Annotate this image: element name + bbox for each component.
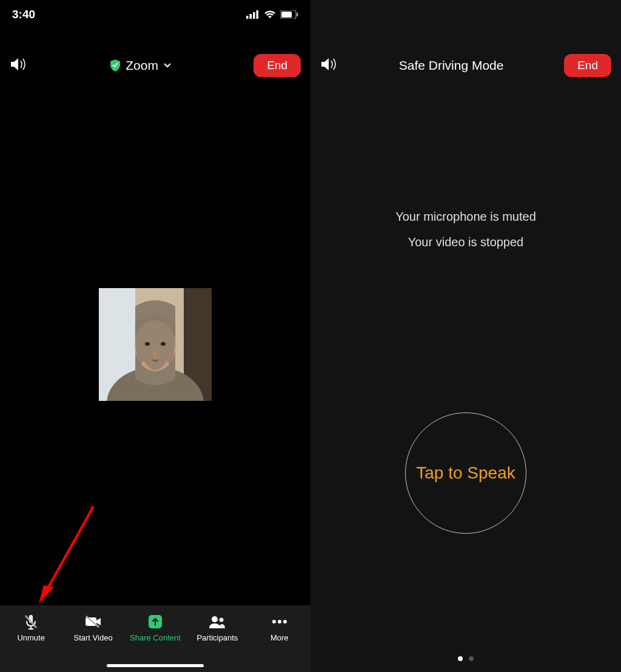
safe-title: Safe Driving Mode	[338, 58, 564, 73]
svg-point-12	[145, 342, 150, 346]
meeting-title[interactable]: Zoom	[28, 58, 253, 73]
meeting-top-bar: Zoom End	[0, 49, 310, 82]
svg-point-29	[278, 620, 281, 623]
chevron-down-icon	[163, 62, 172, 69]
svg-point-26	[212, 616, 218, 622]
svg-rect-0	[246, 16, 249, 19]
safe-driving-screen: Safe Driving Mode End Your microphone is…	[310, 0, 621, 672]
toolbar-label: More	[270, 633, 289, 642]
more-icon	[272, 614, 287, 630]
svg-rect-2	[253, 12, 255, 19]
page-dot[interactable]	[458, 656, 463, 661]
start-video-button[interactable]: Start Video	[63, 614, 124, 642]
toolbar-label: Participants	[196, 633, 238, 642]
svg-rect-18	[30, 626, 32, 628]
shield-icon	[110, 59, 121, 72]
page-indicator[interactable]	[458, 656, 474, 661]
more-button[interactable]: More	[249, 614, 310, 642]
status-indicators	[246, 10, 298, 19]
signal-icon	[246, 10, 260, 19]
toolbar-label: Unmute	[17, 633, 45, 642]
share-icon	[147, 614, 163, 630]
status-time: 3:40	[12, 8, 35, 21]
toolbar-label: Start Video	[74, 633, 113, 642]
speaker-icon[interactable]	[320, 56, 338, 75]
share-content-button[interactable]: Share Content	[125, 614, 186, 642]
meeting-title-text: Zoom	[126, 58, 158, 73]
svg-point-14	[153, 351, 157, 357]
svg-rect-3	[257, 10, 259, 19]
svg-point-28	[272, 620, 276, 623]
svg-rect-1	[250, 14, 252, 19]
zoom-meeting-screen: 3:40 Zoom End	[0, 0, 310, 672]
svg-point-27	[220, 618, 224, 622]
safe-top-bar: Safe Driving Mode End	[310, 49, 621, 82]
participants-button[interactable]: Participants	[187, 614, 247, 642]
safe-status-messages: Your microphone is muted Your video is s…	[310, 200, 621, 258]
svg-rect-6	[297, 13, 298, 16]
video-off-icon	[84, 614, 102, 630]
svg-point-30	[283, 620, 287, 623]
tap-to-speak-button[interactable]: Tap to Speak	[405, 412, 526, 534]
safe-title-text: Safe Driving Mode	[399, 58, 504, 73]
ios-status-bar: 3:40	[0, 0, 310, 29]
page-dot[interactable]	[469, 656, 474, 661]
tap-to-speak-label: Tap to Speak	[416, 463, 515, 483]
unmute-button[interactable]: Unmute	[1, 614, 61, 642]
participants-icon	[208, 614, 226, 630]
video-stopped-message: Your video is stopped	[310, 233, 621, 251]
mic-muted-icon	[23, 614, 39, 630]
svg-point-13	[161, 342, 166, 346]
speaker-icon[interactable]	[10, 56, 28, 75]
battery-icon	[280, 10, 298, 19]
end-button[interactable]: End	[253, 54, 301, 77]
video-area[interactable]	[0, 84, 310, 605]
meeting-toolbar: Unmute Start Video Share Content Partici…	[0, 605, 310, 672]
end-button[interactable]: End	[564, 54, 611, 77]
toolbar-label: Share Content	[130, 633, 181, 642]
svg-rect-19	[29, 628, 33, 630]
wifi-icon	[264, 10, 276, 19]
svg-rect-5	[281, 12, 292, 18]
participant-video-tile[interactable]	[99, 288, 212, 401]
mic-muted-message: Your microphone is muted	[310, 207, 621, 226]
home-indicator[interactable]	[107, 664, 204, 667]
